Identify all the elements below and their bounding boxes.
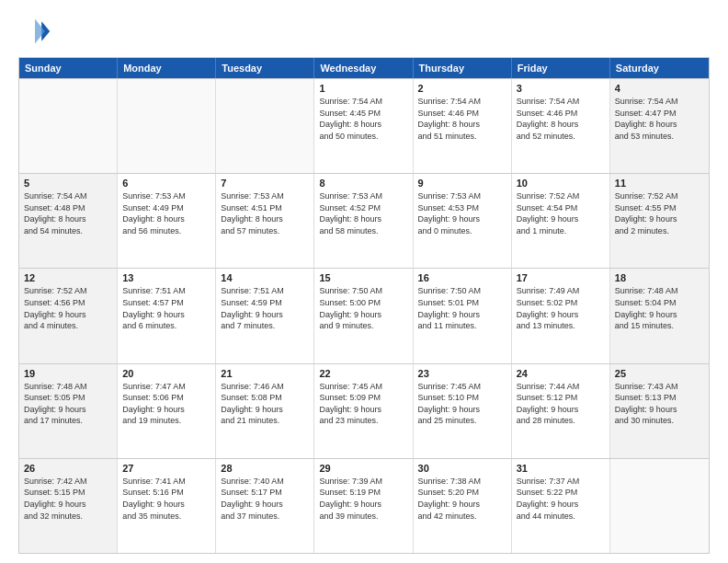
day-cell-17: 17Sunrise: 7:49 AM Sunset: 5:02 PM Dayli…	[512, 269, 610, 362]
day-number-15: 15	[319, 272, 407, 283]
week-row-1: 1Sunrise: 7:54 AM Sunset: 4:45 PM Daylig…	[19, 78, 709, 173]
day-info-17: Sunrise: 7:49 AM Sunset: 5:02 PM Dayligh…	[517, 285, 605, 331]
day-info-31: Sunrise: 7:37 AM Sunset: 5:22 PM Dayligh…	[517, 476, 605, 522]
week-row-2: 5Sunrise: 7:54 AM Sunset: 4:48 PM Daylig…	[19, 173, 709, 268]
day-cell-5: 5Sunrise: 7:54 AM Sunset: 4:48 PM Daylig…	[19, 174, 118, 268]
calendar: SundayMondayTuesdayWednesdayThursdayFrid…	[18, 57, 710, 554]
day-cell-4: 4Sunrise: 7:54 AM Sunset: 4:47 PM Daylig…	[610, 79, 709, 173]
day-cell-27: 27Sunrise: 7:41 AM Sunset: 5:16 PM Dayli…	[118, 459, 216, 553]
day-cell-23: 23Sunrise: 7:45 AM Sunset: 5:10 PM Dayli…	[414, 364, 512, 458]
day-info-5: Sunrise: 7:54 AM Sunset: 4:48 PM Dayligh…	[24, 190, 112, 236]
day-number-20: 20	[122, 368, 210, 379]
day-number-9: 9	[418, 178, 506, 189]
day-cell-15: 15Sunrise: 7:50 AM Sunset: 5:00 PM Dayli…	[314, 269, 413, 362]
day-number-4: 4	[615, 83, 704, 94]
header-day-tuesday: Tuesday	[216, 58, 314, 78]
day-info-27: Sunrise: 7:41 AM Sunset: 5:16 PM Dayligh…	[122, 476, 210, 522]
header-day-saturday: Saturday	[610, 58, 709, 78]
day-cell-25: 25Sunrise: 7:43 AM Sunset: 5:13 PM Dayli…	[610, 364, 709, 458]
week-row-5: 26Sunrise: 7:42 AM Sunset: 5:15 PM Dayli…	[19, 458, 709, 553]
day-info-25: Sunrise: 7:43 AM Sunset: 5:13 PM Dayligh…	[615, 381, 704, 427]
header-day-friday: Friday	[512, 58, 610, 78]
day-number-28: 28	[221, 463, 309, 474]
day-number-6: 6	[122, 178, 210, 189]
day-info-15: Sunrise: 7:50 AM Sunset: 5:00 PM Dayligh…	[319, 285, 407, 331]
day-cell-16: 16Sunrise: 7:50 AM Sunset: 5:01 PM Dayli…	[414, 269, 512, 362]
header-day-monday: Monday	[118, 58, 216, 78]
day-number-13: 13	[122, 272, 210, 283]
day-info-22: Sunrise: 7:45 AM Sunset: 5:09 PM Dayligh…	[319, 381, 407, 427]
day-info-26: Sunrise: 7:42 AM Sunset: 5:15 PM Dayligh…	[24, 476, 112, 522]
day-cell-13: 13Sunrise: 7:51 AM Sunset: 4:57 PM Dayli…	[118, 269, 216, 362]
day-cell-2: 2Sunrise: 7:54 AM Sunset: 4:46 PM Daylig…	[414, 79, 512, 173]
day-number-7: 7	[221, 178, 309, 189]
day-number-19: 19	[24, 368, 112, 379]
day-number-25: 25	[615, 368, 704, 379]
calendar-body: 1Sunrise: 7:54 AM Sunset: 4:45 PM Daylig…	[19, 78, 709, 553]
logo-icon	[18, 15, 51, 48]
empty-cell	[19, 79, 118, 173]
day-info-21: Sunrise: 7:46 AM Sunset: 5:08 PM Dayligh…	[221, 381, 309, 427]
day-info-13: Sunrise: 7:51 AM Sunset: 4:57 PM Dayligh…	[122, 285, 210, 331]
day-cell-11: 11Sunrise: 7:52 AM Sunset: 4:55 PM Dayli…	[610, 174, 709, 268]
page: SundayMondayTuesdayWednesdayThursdayFrid…	[0, 0, 728, 563]
day-number-27: 27	[122, 463, 210, 474]
day-info-23: Sunrise: 7:45 AM Sunset: 5:10 PM Dayligh…	[418, 381, 506, 427]
week-row-3: 12Sunrise: 7:52 AM Sunset: 4:56 PM Dayli…	[19, 268, 709, 362]
day-number-23: 23	[418, 368, 506, 379]
day-cell-18: 18Sunrise: 7:48 AM Sunset: 5:04 PM Dayli…	[610, 269, 709, 362]
day-number-30: 30	[418, 463, 506, 474]
day-cell-26: 26Sunrise: 7:42 AM Sunset: 5:15 PM Dayli…	[19, 459, 118, 553]
day-number-12: 12	[24, 272, 112, 283]
day-info-2: Sunrise: 7:54 AM Sunset: 4:46 PM Dayligh…	[418, 96, 506, 142]
header-day-sunday: Sunday	[19, 58, 118, 78]
day-info-11: Sunrise: 7:52 AM Sunset: 4:55 PM Dayligh…	[615, 190, 704, 236]
day-info-20: Sunrise: 7:47 AM Sunset: 5:06 PM Dayligh…	[122, 381, 210, 427]
day-number-8: 8	[319, 178, 407, 189]
day-number-2: 2	[418, 83, 506, 94]
day-number-24: 24	[517, 368, 605, 379]
week-row-4: 19Sunrise: 7:48 AM Sunset: 5:05 PM Dayli…	[19, 363, 709, 458]
header	[18, 15, 710, 48]
day-number-11: 11	[615, 178, 704, 189]
day-cell-22: 22Sunrise: 7:45 AM Sunset: 5:09 PM Dayli…	[314, 364, 413, 458]
day-number-21: 21	[221, 368, 309, 379]
day-info-8: Sunrise: 7:53 AM Sunset: 4:52 PM Dayligh…	[319, 190, 407, 236]
day-info-9: Sunrise: 7:53 AM Sunset: 4:53 PM Dayligh…	[418, 190, 506, 236]
day-cell-19: 19Sunrise: 7:48 AM Sunset: 5:05 PM Dayli…	[19, 364, 118, 458]
calendar-header-row: SundayMondayTuesdayWednesdayThursdayFrid…	[19, 58, 709, 78]
day-number-1: 1	[319, 83, 407, 94]
day-cell-7: 7Sunrise: 7:53 AM Sunset: 4:51 PM Daylig…	[216, 174, 314, 268]
day-info-3: Sunrise: 7:54 AM Sunset: 4:46 PM Dayligh…	[517, 96, 605, 142]
day-info-29: Sunrise: 7:39 AM Sunset: 5:19 PM Dayligh…	[319, 476, 407, 522]
day-number-16: 16	[418, 272, 506, 283]
day-number-18: 18	[615, 272, 704, 283]
day-info-24: Sunrise: 7:44 AM Sunset: 5:12 PM Dayligh…	[517, 381, 605, 427]
svg-marker-1	[35, 19, 45, 44]
day-cell-21: 21Sunrise: 7:46 AM Sunset: 5:08 PM Dayli…	[216, 364, 314, 458]
day-number-14: 14	[221, 272, 309, 283]
empty-cell	[610, 459, 709, 553]
day-info-7: Sunrise: 7:53 AM Sunset: 4:51 PM Dayligh…	[221, 190, 309, 236]
day-cell-8: 8Sunrise: 7:53 AM Sunset: 4:52 PM Daylig…	[314, 174, 413, 268]
day-cell-29: 29Sunrise: 7:39 AM Sunset: 5:19 PM Dayli…	[314, 459, 413, 553]
day-number-22: 22	[319, 368, 407, 379]
day-number-17: 17	[517, 272, 605, 283]
day-info-14: Sunrise: 7:51 AM Sunset: 4:59 PM Dayligh…	[221, 285, 309, 331]
day-info-19: Sunrise: 7:48 AM Sunset: 5:05 PM Dayligh…	[24, 381, 112, 427]
day-number-3: 3	[517, 83, 605, 94]
day-number-26: 26	[24, 463, 112, 474]
day-cell-6: 6Sunrise: 7:53 AM Sunset: 4:49 PM Daylig…	[118, 174, 216, 268]
empty-cell	[118, 79, 216, 173]
day-info-12: Sunrise: 7:52 AM Sunset: 4:56 PM Dayligh…	[24, 285, 112, 331]
day-cell-14: 14Sunrise: 7:51 AM Sunset: 4:59 PM Dayli…	[216, 269, 314, 362]
day-number-31: 31	[517, 463, 605, 474]
day-cell-20: 20Sunrise: 7:47 AM Sunset: 5:06 PM Dayli…	[118, 364, 216, 458]
header-day-wednesday: Wednesday	[314, 58, 413, 78]
day-cell-24: 24Sunrise: 7:44 AM Sunset: 5:12 PM Dayli…	[512, 364, 610, 458]
day-cell-30: 30Sunrise: 7:38 AM Sunset: 5:20 PM Dayli…	[414, 459, 512, 553]
day-cell-10: 10Sunrise: 7:52 AM Sunset: 4:54 PM Dayli…	[512, 174, 610, 268]
day-info-6: Sunrise: 7:53 AM Sunset: 4:49 PM Dayligh…	[122, 190, 210, 236]
day-number-5: 5	[24, 178, 112, 189]
day-cell-3: 3Sunrise: 7:54 AM Sunset: 4:46 PM Daylig…	[512, 79, 610, 173]
